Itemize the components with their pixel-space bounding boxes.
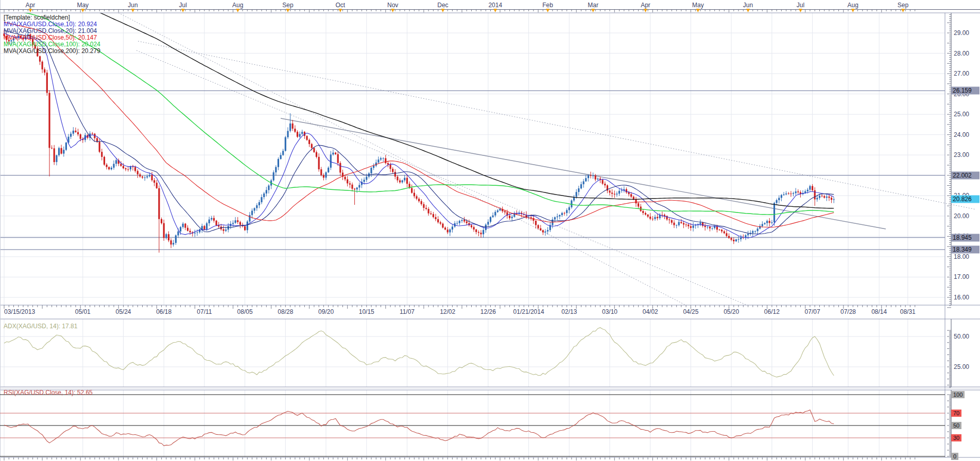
rsi-level-badge: 30 bbox=[951, 434, 961, 441]
price-level-badge: 22.002 bbox=[951, 171, 979, 179]
month-label: Feb bbox=[542, 2, 553, 9]
price-tick-label: 16.00 bbox=[954, 294, 969, 301]
price-tick-label: 28.00 bbox=[954, 50, 969, 57]
price-tick-label: 18.00 bbox=[954, 253, 969, 260]
rsi-line[interactable] bbox=[4, 410, 834, 446]
month-label: Sep bbox=[898, 2, 908, 9]
date-label: 04/02 bbox=[643, 308, 658, 315]
date-label: 08/31 bbox=[900, 308, 916, 315]
template-label: [Template: scofieldchen] bbox=[4, 14, 70, 21]
price-tick-label: 27.00 bbox=[954, 70, 969, 77]
date-label: 12/26 bbox=[480, 308, 496, 315]
price-level-badge: 26.159 bbox=[951, 87, 979, 95]
month-label: 2014 bbox=[488, 2, 502, 9]
rsi-legend: RSI(XAG/USD.Close, 14): 52.65 bbox=[4, 389, 93, 396]
date-label: 05/24 bbox=[115, 308, 131, 315]
month-label: Jul bbox=[179, 2, 187, 9]
adx-tick-label: 25.00 bbox=[954, 363, 969, 370]
legend-mva-100: MVA(XAG/USD.Close,100): 20.024 bbox=[4, 41, 100, 48]
date-label: 12/02 bbox=[440, 308, 455, 315]
month-label: Dec bbox=[437, 2, 448, 9]
dotted-trendline[interactable] bbox=[136, 50, 752, 307]
date-label: 08/05 bbox=[237, 308, 253, 315]
date-label: 08/14 bbox=[871, 308, 887, 315]
date-label: 07/07 bbox=[805, 308, 820, 315]
rsi-level-badge: 70 bbox=[951, 410, 961, 417]
date-label: 07/11 bbox=[197, 308, 212, 315]
date-label: 11/07 bbox=[400, 308, 415, 315]
month-label: May bbox=[692, 2, 704, 9]
legend-mva-20: MVA(XAG/USD.Close,20): 21.004 bbox=[4, 27, 97, 34]
rsi-level-badge: 100 bbox=[951, 391, 965, 398]
price-level-badge: 18.349 bbox=[951, 246, 979, 254]
rsi-level-badge: 50 bbox=[951, 422, 961, 429]
ma-200-line[interactable] bbox=[4, 0, 834, 208]
price-tick-label: 25.00 bbox=[954, 111, 969, 118]
month-label: Sep bbox=[282, 2, 293, 9]
date-label: 08/28 bbox=[278, 308, 293, 315]
chart-canvas[interactable] bbox=[0, 0, 980, 461]
month-label: Apr bbox=[641, 2, 650, 9]
month-label: May bbox=[77, 2, 89, 9]
month-label: Apr bbox=[26, 2, 36, 9]
date-label: 01/21/2014 bbox=[513, 308, 544, 315]
legend-mva-50: MVA(XAG/USD.Close,50): 20.147 bbox=[4, 34, 97, 41]
ma-10-line[interactable] bbox=[4, 33, 834, 238]
month-label: Aug bbox=[848, 2, 858, 9]
price-tick-label: 23.00 bbox=[954, 151, 969, 158]
ma-100-line[interactable] bbox=[4, 8, 834, 215]
price-level-badge: 18.945 bbox=[951, 234, 979, 241]
adx-line[interactable] bbox=[4, 328, 834, 377]
candles-layer[interactable] bbox=[3, 29, 834, 253]
date-label: 07/28 bbox=[840, 308, 856, 315]
rsi-level-badge: 0 bbox=[951, 453, 958, 460]
month-label: Jul bbox=[797, 2, 804, 9]
adx-tick-label: 50.00 bbox=[954, 333, 969, 340]
adx-axis[interactable] bbox=[945, 319, 980, 387]
time-axis-bottom[interactable] bbox=[0, 305, 945, 318]
month-label: Nov bbox=[387, 2, 398, 9]
ma-20-line[interactable] bbox=[4, 30, 834, 234]
current-price-badge: 20.826 bbox=[951, 196, 979, 203]
date-label: 06/12 bbox=[764, 308, 780, 315]
month-label: Mar bbox=[588, 2, 598, 9]
month-label: Jun bbox=[743, 2, 753, 9]
date-label: 03/15/2013 bbox=[4, 308, 35, 315]
date-label: 04/25 bbox=[683, 308, 698, 315]
marketscope-chart-window: [Template: scofieldchen] MVA(XAG/USD.Clo… bbox=[0, 0, 980, 461]
date-label: 03/10 bbox=[602, 308, 617, 315]
legend-mva-10: MVA(XAG/USD.Close,10): 20.924 bbox=[4, 21, 97, 28]
price-tick-label: 17.00 bbox=[954, 273, 969, 280]
adx-legend: ADX(XAG/USD, 14): 17.81 bbox=[4, 323, 77, 330]
date-label: 09/20 bbox=[318, 308, 334, 315]
date-label: 10/15 bbox=[359, 308, 374, 315]
legend-mva-200: MVA(XAG/USD.Close,200): 20.279 bbox=[4, 47, 100, 55]
date-label: 02/13 bbox=[561, 308, 577, 315]
month-label: Jun bbox=[128, 2, 137, 9]
date-label: 05/01 bbox=[75, 308, 91, 315]
dotted-trendline[interactable] bbox=[138, 41, 976, 209]
price-tick-label: 20.00 bbox=[954, 212, 969, 220]
month-label: Oct bbox=[335, 2, 345, 9]
rsi-axis[interactable] bbox=[945, 390, 980, 457]
price-tick-label: 24.00 bbox=[954, 131, 969, 138]
date-label: 06/18 bbox=[156, 308, 171, 315]
price-tick-label: 29.00 bbox=[954, 29, 969, 37]
date-label: 05/20 bbox=[724, 308, 739, 315]
month-label: Aug bbox=[232, 2, 243, 9]
